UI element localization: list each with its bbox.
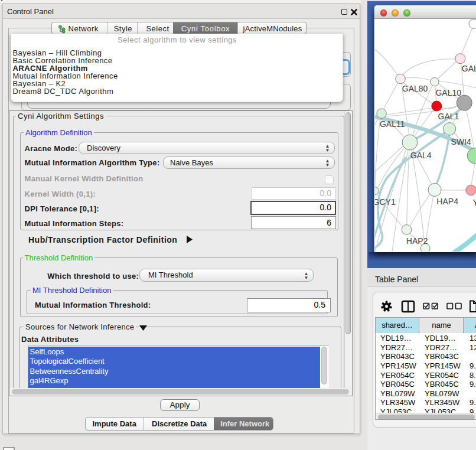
svg-text:SWI4: SWI4 bbox=[451, 137, 471, 146]
svg-text:GAL11: GAL11 bbox=[379, 119, 405, 129]
svg-text:GAL1: GAL1 bbox=[438, 112, 459, 121]
svg-text:Y: Y bbox=[472, 198, 476, 207]
svg-text:GAL7: GAL7 bbox=[461, 64, 476, 73]
svg-text:GAL10: GAL10 bbox=[435, 88, 461, 97]
svg-text:GAL4: GAL4 bbox=[410, 151, 431, 160]
svg-text:HAP2: HAP2 bbox=[406, 236, 428, 246]
svg-text:GAL80: GAL80 bbox=[402, 84, 428, 93]
svg-text:GCY1: GCY1 bbox=[375, 197, 396, 207]
svg-text:HAP4: HAP4 bbox=[436, 197, 458, 206]
